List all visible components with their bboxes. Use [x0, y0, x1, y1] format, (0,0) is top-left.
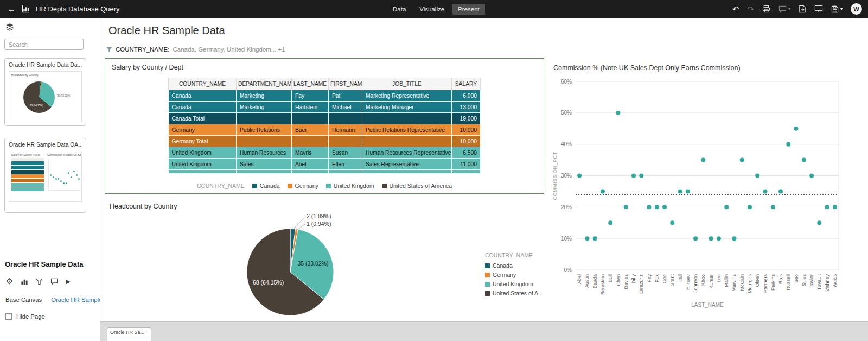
- legend-item[interactable]: United Kingdom: [485, 281, 543, 287]
- scatter-dot[interactable]: [763, 189, 768, 193]
- left-sidebar: Oracle HR Sample Data Da... Headcount by…: [0, 18, 100, 341]
- scatter-dot[interactable]: [593, 236, 597, 241]
- base-canvas-label: Base Canvas: [5, 296, 42, 303]
- printer-icon[interactable]: [762, 5, 770, 13]
- table-row[interactable]: Germany Total10,000: [169, 136, 481, 147]
- filter-field-name: COUNTRY_NAME:: [116, 46, 169, 53]
- scatter-dot[interactable]: [686, 189, 690, 193]
- scatter-dot[interactable]: [833, 205, 837, 209]
- scatter-dot[interactable]: [778, 189, 783, 193]
- scatter-dot[interactable]: [771, 205, 775, 209]
- table-row[interactable]: GermanyPublic RelationsBaerHermannPublic…: [169, 124, 481, 136]
- scatter-dot[interactable]: [616, 111, 621, 115]
- scatter-dot[interactable]: [802, 158, 806, 162]
- x-axis-tick: Grant: [669, 274, 675, 287]
- tab-present[interactable]: Present: [452, 4, 485, 15]
- gear-icon[interactable]: ⚙: [6, 276, 13, 286]
- scatter-dot[interactable]: [794, 127, 799, 131]
- back-icon[interactable]: ←: [7, 4, 16, 14]
- scatter-dot[interactable]: [717, 236, 721, 241]
- play-icon[interactable]: ▶: [66, 278, 70, 285]
- legend-item[interactable]: Canada: [252, 182, 280, 189]
- save-caret-icon[interactable]: ▾: [840, 7, 843, 11]
- table-row[interactable]: Canada Total19,000: [169, 113, 481, 124]
- scatter-dot[interactable]: [624, 205, 628, 209]
- scatter-dot[interactable]: [585, 236, 589, 241]
- table-panel-title: Salary by County / Dept: [112, 64, 183, 71]
- commission-scatter-chart[interactable]: 0%10%20%30%40%50%60%COMMISSION_PCTAbelAu…: [550, 72, 853, 321]
- scatter-dot[interactable]: [678, 189, 682, 193]
- legend-item[interactable]: United States of America: [382, 182, 452, 189]
- pie-callout-label: 2 (1.89%): [307, 213, 331, 219]
- x-axis-tick: Khoo: [700, 274, 706, 286]
- scatter-dot[interactable]: [825, 205, 829, 209]
- scatter-dot[interactable]: [786, 142, 790, 147]
- column-header[interactable]: SALARY: [452, 78, 481, 90]
- scatter-dot[interactable]: [740, 158, 744, 162]
- table-row-partial[interactable]: [169, 170, 481, 174]
- export-icon[interactable]: [799, 5, 806, 13]
- canvas-card-1[interactable]: Oracle HR Sample Data Da... Headcount by…: [4, 58, 86, 126]
- table-row[interactable]: CanadaMarketingFayPatMarketing Represent…: [169, 90, 481, 102]
- legend-item[interactable]: Canada: [485, 262, 543, 269]
- column-header[interactable]: DEPARTMENT_NAME: [237, 78, 292, 90]
- scatter-dot[interactable]: [631, 174, 636, 178]
- canvas-card-2[interactable]: Oracle HR Sample Data OA... Salary by Co…: [4, 138, 86, 213]
- canvas-tab[interactable]: Oracle HR Sa...: [107, 327, 151, 341]
- scatter-dot[interactable]: [601, 189, 605, 193]
- scatter-dot[interactable]: [755, 174, 760, 178]
- tab-visualize[interactable]: Visualize: [414, 4, 450, 15]
- column-header[interactable]: COUNTRY_NAME: [169, 78, 237, 90]
- filter-funnel-icon[interactable]: [36, 278, 43, 285]
- table-row[interactable]: CanadaMarketingHartsteinMichaelMarketing…: [169, 102, 481, 113]
- user-avatar[interactable]: W: [851, 3, 862, 15]
- legend-item[interactable]: Germany: [288, 182, 318, 189]
- scatter-dot[interactable]: [639, 174, 643, 178]
- x-axis-tick: Mallin: [724, 274, 729, 287]
- scatter-dot[interactable]: [577, 174, 582, 178]
- scatter-dot[interactable]: [724, 205, 729, 209]
- column-header[interactable]: LAST_NAME: [292, 78, 329, 90]
- scatter-dot[interactable]: [670, 220, 674, 225]
- salary-table: COUNTRY_NAMEDEPARTMENT_NAMELAST_NAMEFIRS…: [168, 78, 481, 173]
- save-icon[interactable]: ▾: [831, 5, 843, 13]
- scatter-dot[interactable]: [662, 205, 667, 209]
- scatter-dot[interactable]: [709, 236, 713, 241]
- undo-icon[interactable]: ↶: [732, 5, 739, 13]
- scatter-dot[interactable]: [817, 220, 821, 225]
- table-row[interactable]: United KingdomHuman ResourcesMavrisSusan…: [169, 147, 481, 159]
- filter-bar[interactable]: COUNTRY_NAME: Canada, Germany, United Ki…: [106, 46, 285, 53]
- legend-item[interactable]: Germany: [485, 271, 543, 278]
- scatter-dot[interactable]: [748, 205, 752, 209]
- pie-legend-items: CanadaGermanyUnited KingdomUnited States…: [485, 262, 543, 296]
- tab-data[interactable]: Data: [387, 4, 411, 15]
- comment-icon[interactable]: ▾: [778, 5, 790, 13]
- legend-item[interactable]: United Kingdom: [326, 182, 374, 189]
- scatter-dot[interactable]: [693, 236, 698, 241]
- table-row[interactable]: United KingdomSalesAbelEllenSales Repres…: [169, 159, 481, 170]
- scatter-dot[interactable]: [608, 220, 612, 225]
- bar-chart-icon[interactable]: [21, 277, 28, 285]
- hide-page-checkbox[interactable]: [5, 313, 12, 320]
- redo-icon[interactable]: ↷: [747, 5, 754, 13]
- headcount-pie-chart[interactable]: 35 (33.02%)68 (64.15%)2 (1.89%)1 (0.94%): [197, 212, 458, 321]
- pie-callout-label: 1 (0.94%): [307, 220, 331, 227]
- scatter-dot[interactable]: [732, 236, 736, 241]
- layers-icon[interactable]: [5, 23, 14, 31]
- base-canvas-link[interactable]: Oracle HR Sample Data: [51, 296, 100, 303]
- canvas-area: Oracle HR Sample Data COUNTRY_NAME: Cana…: [100, 18, 868, 321]
- x-axis-tick: Kumar: [709, 274, 714, 289]
- present-screen-icon[interactable]: [814, 5, 823, 13]
- legend-item[interactable]: United States of A...: [485, 290, 543, 296]
- comment-caret-icon[interactable]: ▾: [788, 7, 790, 11]
- column-header[interactable]: FIRST_NAME: [329, 78, 362, 90]
- scatter-dot[interactable]: [809, 174, 814, 178]
- comment-icon[interactable]: [50, 278, 58, 285]
- legend-label: United States of America: [390, 182, 452, 189]
- column-header[interactable]: JOB_TITLE: [362, 78, 452, 90]
- scatter-dot[interactable]: [647, 205, 652, 209]
- search-input[interactable]: [4, 39, 84, 50]
- scatter-dot[interactable]: [655, 205, 659, 209]
- scatter-dot[interactable]: [701, 158, 705, 162]
- salary-table-panel[interactable]: Salary by County / Dept COUNTRY_NAMEDEPA…: [105, 58, 544, 194]
